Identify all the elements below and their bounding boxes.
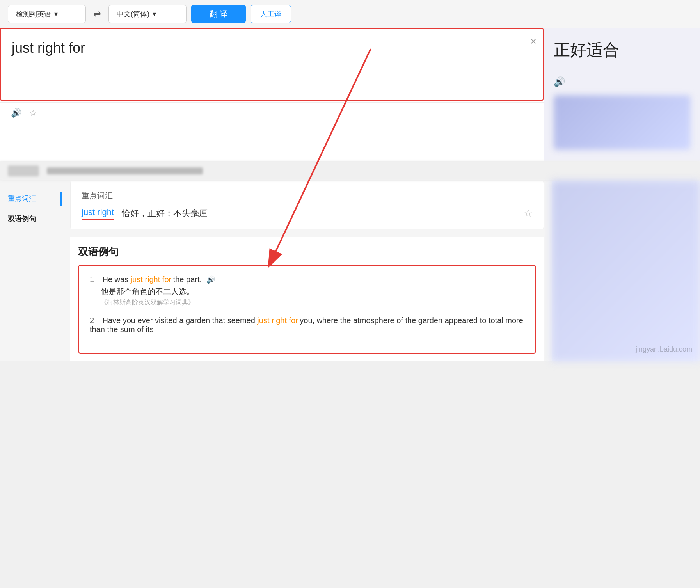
translation-text: 正好适合: [554, 39, 691, 61]
source-lang-label: 检测到英语: [16, 9, 51, 19]
example-box: 1 He was just right for the part. 🔊 他是那个…: [78, 265, 536, 354]
result-panel: 正好适合 🔊: [544, 28, 700, 161]
speaker-icon: 🔊: [11, 108, 21, 118]
vocab-card-title: 重点词汇: [82, 190, 533, 201]
example-1-highlight: just right for: [131, 275, 171, 284]
vocab-word-container: just right: [82, 207, 114, 220]
main-content-area: 重点词汇 just right 恰好，正好；不失毫厘 ☆ 双语例句: [62, 181, 552, 361]
speaker-button[interactable]: 🔊: [11, 108, 21, 118]
example-item-1: 1 He was just right for the part. 🔊 他是那个…: [90, 275, 524, 307]
result-blurred-content: [554, 95, 691, 150]
vocab-definition: 恰好，正好；不失毫厘: [122, 208, 208, 219]
example-2-num: 2: [90, 316, 101, 325]
example-1-after: the part.: [173, 275, 202, 284]
bilingual-section: 双语例句 1 He was just right for the part. 🔊…: [70, 237, 544, 361]
source-input[interactable]: just right for: [0, 28, 544, 101]
sidebar-item-bilingual[interactable]: 双语例句: [0, 209, 62, 229]
watermark: jingyan.baidu.com: [636, 345, 692, 354]
input-actions: 🔊 ☆: [0, 102, 544, 124]
vocab-card: 重点词汇 just right 恰好，正好；不失毫厘 ☆: [70, 181, 544, 229]
bilingual-title: 双语例句: [78, 237, 536, 265]
example-1-source: 《柯林斯高阶英汉双解学习词典》: [101, 298, 524, 307]
right-blurred-panel: [552, 181, 700, 361]
target-lang-select[interactable]: 中文(简体) ▾: [108, 5, 187, 23]
example-1-zh: 他是那个角色的不二人选。: [101, 286, 524, 297]
example-1-en-row: 1 He was just right for the part. 🔊: [90, 275, 524, 284]
translate-button[interactable]: 翻 译: [191, 5, 246, 23]
example-1-before: He was: [102, 275, 130, 284]
vocab-word[interactable]: just right: [82, 207, 114, 217]
vocab-underline: [82, 219, 114, 220]
favorite-button[interactable]: ☆: [29, 108, 37, 118]
vocab-row: just right 恰好，正好；不失毫厘 ☆: [82, 207, 533, 220]
result-actions: 🔊: [554, 76, 691, 87]
chevron-down-icon: ▾: [153, 10, 156, 18]
target-lang-label: 中文(简体): [117, 9, 149, 19]
lower-section: 重点词汇 双语例句 重点词汇 just right 恰好，正好；不失毫厘 ☆: [0, 181, 700, 361]
example-2-en-row: 2 Have you ever visited a garden that se…: [90, 316, 524, 334]
star-icon: ☆: [29, 108, 37, 118]
example-1-audio-button[interactable]: 🔊: [206, 276, 215, 284]
source-lang-select[interactable]: 检测到英语 ▾: [8, 5, 86, 23]
sidebar-item-vocab[interactable]: 重点词汇: [0, 188, 62, 209]
top-bar: 检测到英语 ▾ ⇌ 中文(简体) ▾ 翻 译 人工译: [0, 0, 700, 28]
chevron-down-icon: ▾: [54, 10, 58, 18]
example-2-highlight: just right for: [257, 316, 298, 325]
clear-input-button[interactable]: ×: [530, 35, 537, 48]
swap-languages-button[interactable]: ⇌: [91, 6, 104, 22]
example-1-num: 1: [90, 275, 101, 284]
sidebar-nav: 重点词汇 双语例句: [0, 181, 62, 361]
example-item-2: 2 Have you ever visited a garden that se…: [90, 316, 524, 334]
human-translate-button[interactable]: 人工译: [251, 5, 291, 23]
vocab-favorite-button[interactable]: ☆: [524, 207, 533, 219]
input-area: just right for ×: [0, 28, 544, 102]
star-icon: ☆: [524, 207, 533, 219]
blurred-toolbar: [0, 161, 700, 181]
example-2-before: Have you ever visited a garden that seem…: [102, 316, 257, 325]
translation-panel: just right for × 🔊 ☆ 正好适合 🔊: [0, 28, 700, 161]
source-panel: just right for × 🔊 ☆: [0, 28, 544, 161]
result-speaker-icon[interactable]: 🔊: [554, 76, 565, 87]
